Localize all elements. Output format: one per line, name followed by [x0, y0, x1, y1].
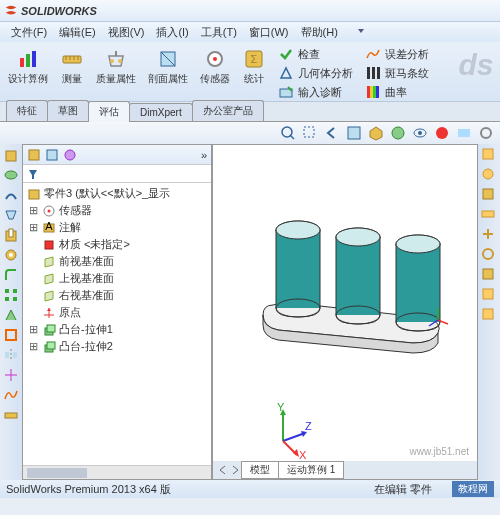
menu-file[interactable]: 文件(F) [6, 23, 52, 42]
svg-rect-50 [5, 413, 17, 418]
svg-text:Z: Z [305, 420, 312, 432]
measure-label: 测量 [62, 73, 82, 84]
bottom-tab-motion[interactable]: 运动算例 1 [278, 461, 344, 479]
tree-tab-icon[interactable] [27, 148, 41, 162]
input-diag-button[interactable]: 输入诊断 [274, 83, 357, 101]
check-button[interactable]: 检查 [274, 45, 357, 63]
rtool-7-icon[interactable] [480, 266, 498, 284]
ltool-curves-icon[interactable] [2, 386, 20, 404]
material-icon [42, 238, 56, 252]
ltool-sweep-icon[interactable] [2, 186, 20, 204]
sensor-button[interactable]: 传感器 [196, 45, 234, 86]
ltool-loft-icon[interactable] [2, 206, 20, 224]
diag-icon [278, 84, 294, 100]
hide-show-icon[interactable] [412, 125, 428, 141]
design-study-button[interactable]: 设计算例 [4, 45, 52, 86]
menu-view[interactable]: 视图(V) [103, 23, 150, 42]
mass-props-label: 质量属性 [96, 73, 136, 84]
svg-rect-43 [5, 297, 9, 301]
svg-line-83 [283, 433, 305, 441]
curvature-icon [365, 84, 381, 100]
svg-rect-75 [396, 244, 440, 322]
tree-origin[interactable]: 原点 [25, 304, 209, 321]
tree-root[interactable]: 零件3 (默认<<默认>_显示 [25, 185, 209, 202]
rtool-1-icon[interactable] [480, 146, 498, 164]
bottom-tab-model[interactable]: 模型 [241, 461, 279, 479]
tree-config-icon[interactable] [45, 148, 59, 162]
section-view-icon[interactable] [346, 125, 362, 141]
apply-scene-icon[interactable] [456, 125, 472, 141]
tree-display-icon[interactable] [63, 148, 77, 162]
tab-feature[interactable]: 特征 [6, 100, 48, 121]
rtool-4-icon[interactable] [480, 206, 498, 224]
rtool-8-icon[interactable] [480, 286, 498, 304]
tree-arrow-icon[interactable]: » [201, 149, 207, 161]
tab-scroll-right-icon[interactable] [229, 464, 241, 476]
check-icon [278, 46, 294, 62]
viewport[interactable]: Y Z X 模型 运动算例 1 www.jb51.net [212, 144, 478, 480]
ltool-hole-icon[interactable] [2, 246, 20, 264]
tree-top-plane[interactable]: 上视基准面 [25, 270, 209, 287]
mass-props-button[interactable]: 质量属性 [92, 45, 140, 86]
tree-right-plane[interactable]: 右视基准面 [25, 287, 209, 304]
svg-text:Y: Y [277, 401, 285, 413]
ltool-cut-icon[interactable] [2, 226, 20, 244]
rtool-5-icon[interactable] [480, 226, 498, 244]
geom-analysis-button[interactable]: 几何体分析 [274, 64, 357, 82]
curvature-button[interactable]: 曲率 [361, 83, 433, 101]
dev-analysis-button[interactable]: 误差分析 [361, 45, 433, 63]
command-tabs: 特征 草图 评估 DimXpert 办公室产品 [0, 102, 500, 122]
ltool-rib-icon[interactable] [2, 306, 20, 324]
edit-appearance-icon[interactable] [434, 125, 450, 141]
tab-sketch[interactable]: 草图 [47, 100, 89, 121]
app-name: SOLIDWORKS [21, 5, 97, 17]
tree-material[interactable]: 材质 <未指定> [25, 236, 209, 253]
display-style-icon[interactable] [390, 125, 406, 141]
right-toolbar [478, 144, 500, 480]
ltool-pattern-icon[interactable] [2, 286, 20, 304]
menu-dropdown-icon[interactable] [351, 24, 371, 40]
zoom-area-icon[interactable] [302, 125, 318, 141]
ltool-fillet-icon[interactable] [2, 266, 20, 284]
tree-scrollbar[interactable] [23, 465, 211, 479]
tree-sensors[interactable]: ⊞ 传感器 [25, 202, 209, 219]
annotations-icon: A [42, 221, 56, 235]
ltool-refgeom-icon[interactable] [2, 366, 20, 384]
menu-edit[interactable]: 编辑(E) [54, 23, 101, 42]
ltool-ruler-icon[interactable] [2, 406, 20, 424]
menu-tools[interactable]: 工具(T) [196, 23, 242, 42]
rtool-9-icon[interactable] [480, 306, 498, 324]
rtool-3-icon[interactable] [480, 186, 498, 204]
tree-extrude2[interactable]: ⊞ 凸台-拉伸2 [25, 338, 209, 355]
ltool-extrude-icon[interactable] [2, 146, 20, 164]
tree-annotations[interactable]: ⊞ A 注解 [25, 219, 209, 236]
ltool-revolve-icon[interactable] [2, 166, 20, 184]
measure-button[interactable]: 测量 [56, 45, 88, 86]
extrude-icon [42, 340, 56, 354]
menu-insert[interactable]: 插入(I) [151, 23, 193, 42]
rtool-2-icon[interactable] [480, 166, 498, 184]
section-props-button[interactable]: 剖面属性 [144, 45, 192, 86]
svg-rect-52 [47, 150, 57, 160]
stats-button[interactable]: Σ 统计 [238, 45, 270, 86]
prev-view-icon[interactable] [324, 125, 340, 141]
filter-icon[interactable] [27, 168, 39, 180]
view-orient-icon[interactable] [368, 125, 384, 141]
tab-office[interactable]: 办公室产品 [192, 100, 264, 121]
tab-evaluate[interactable]: 评估 [88, 101, 130, 122]
ltool-mirror-icon[interactable] [2, 346, 20, 364]
tab-dimxpert[interactable]: DimXpert [129, 103, 193, 121]
svg-point-73 [336, 228, 380, 246]
tree-front-plane[interactable]: 前视基准面 [25, 253, 209, 270]
menu-help[interactable]: 帮助(H) [296, 23, 343, 42]
ltool-shell-icon[interactable] [2, 326, 20, 344]
part-icon [27, 187, 41, 201]
tree-extrude1[interactable]: ⊞ 凸台-拉伸1 [25, 321, 209, 338]
zoom-fit-icon[interactable] [280, 125, 296, 141]
view-triad[interactable]: Y Z X [253, 401, 313, 461]
view-settings-icon[interactable] [478, 125, 494, 141]
zebra-button[interactable]: 斑马条纹 [361, 64, 433, 82]
rtool-6-icon[interactable] [480, 246, 498, 264]
tab-scroll-left-icon[interactable] [217, 464, 229, 476]
menu-window[interactable]: 窗口(W) [244, 23, 294, 42]
